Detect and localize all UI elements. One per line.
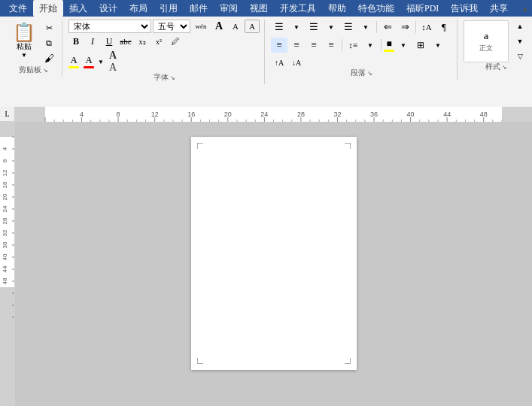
ribbon-group-font: 宋体 五号 wén A A A B I U abc x₂ — [64, 20, 265, 84]
paragraph-label: 段落 ↘ — [266, 68, 457, 78]
numbered-button[interactable]: ☰ — [306, 20, 322, 35]
collapse-arrow-icon: ▲ — [521, 5, 529, 13]
clipboard-expand[interactable]: ↘ — [43, 67, 48, 74]
underline-button[interactable]: U — [102, 35, 117, 48]
font-name-select[interactable]: 宋体 — [68, 20, 151, 33]
styles-scroll-up[interactable]: ▲ — [512, 20, 528, 33]
italic-button[interactable]: I — [85, 35, 100, 48]
menu-review[interactable]: 审阅 — [214, 1, 244, 17]
numbered-dropdown[interactable]: ▼ — [323, 20, 339, 34]
strikethrough-button[interactable]: abc — [118, 35, 133, 48]
subscript-button[interactable]: x₂ — [135, 35, 150, 48]
justify-button[interactable]: ≡ — [323, 38, 339, 53]
bold-button[interactable]: B — [68, 35, 84, 48]
menu-share[interactable]: 共享 — [484, 1, 514, 17]
format-painter-button[interactable]: 🖌 — [41, 51, 57, 66]
align-right-button[interactable]: ≡ — [306, 38, 322, 53]
document-area[interactable] — [15, 122, 532, 406]
styles-expand[interactable]: ↘ — [502, 64, 507, 71]
paragraph-expand[interactable]: ↘ — [367, 70, 372, 77]
shading-dropdown[interactable]: ▼ — [395, 38, 412, 52]
page-corner-tl — [197, 143, 203, 149]
clear-format-button[interactable]: 🖉 — [168, 35, 183, 48]
menu-file[interactable]: 文件 — [3, 1, 33, 17]
menu-devtools[interactable]: 开发工具 — [274, 1, 322, 17]
paste-arrow[interactable]: ▼ — [21, 52, 27, 59]
font-shrink-btn[interactable]: A — [228, 20, 243, 33]
increase-indent-button[interactable]: ⇒ — [397, 20, 413, 35]
decrease-indent-button[interactable]: ⇐ — [379, 20, 396, 35]
styles-label: 样式 ↘ — [459, 62, 532, 72]
collapse-ribbon-button[interactable]: ▲ — [521, 0, 529, 17]
font-size-select[interactable]: 五号 — [153, 20, 190, 33]
page-corner-br — [345, 358, 351, 364]
align-center-button[interactable]: ≡ — [288, 38, 305, 53]
menu-mail[interactable]: 邮件 — [184, 1, 214, 17]
superscript-button[interactable]: x² — [151, 35, 166, 48]
document-page[interactable] — [191, 137, 357, 370]
menu-insert[interactable]: 插入 — [63, 1, 93, 17]
font-color-btn[interactable]: A — [84, 55, 94, 68]
multilevel-button[interactable]: ☰ — [340, 20, 357, 35]
vertical-ruler — [0, 122, 15, 406]
ribbon-content: 📋 粘贴 ▼ ✂ ⧉ 🖌 剪贴板 ↘ 宋体 — [0, 17, 532, 107]
sort-button[interactable]: ↕A — [418, 20, 435, 34]
paste-label: 粘贴 — [17, 41, 32, 52]
page-corner-tr — [345, 143, 351, 149]
line-spacing-button[interactable]: ↕≡ — [345, 38, 361, 52]
ribbon-group-styles: a 正文 ▲ ▼ ▽ 样式 ↘ — [459, 20, 532, 74]
horizontal-ruler — [15, 107, 532, 122]
menu-tellme[interactable]: 告诉我 — [445, 1, 484, 17]
menu-layout[interactable]: 布局 — [123, 1, 154, 17]
copy-button[interactable]: ⧉ — [41, 36, 57, 50]
font-color-dropdown[interactable]: ▼ — [97, 55, 105, 68]
page-corner-bl — [197, 358, 203, 364]
menu-start[interactable]: 开始 — [33, 0, 63, 17]
ribbon-group-clipboard: 📋 粘贴 ▼ ✂ ⧉ 🖌 剪贴板 ↘ — [5, 20, 62, 77]
borders-button[interactable]: ⊞ — [412, 38, 429, 53]
bullets-dropdown[interactable]: ▼ — [288, 20, 305, 34]
menu-design[interactable]: 设计 — [93, 1, 123, 17]
ruler-corner[interactable]: L — [0, 107, 15, 122]
font-label: 字体 ↘ — [64, 72, 264, 83]
font-grow-btn[interactable]: A — [211, 20, 226, 33]
bullets-button[interactable]: ☰ — [271, 20, 287, 35]
cut-button[interactable]: ✂ — [41, 21, 57, 35]
shading-button[interactable]: ■ — [384, 38, 394, 52]
font-size-display-btn[interactable]: A A — [109, 50, 117, 74]
styles-scroll-down[interactable]: ▼ — [512, 35, 528, 48]
paste-icon: 📋 — [13, 23, 35, 41]
clipboard-label: 剪贴板 ↘ — [5, 65, 62, 75]
ruler-area: L — [0, 107, 532, 122]
main-area — [0, 122, 532, 406]
menu-foxitpdi[interactable]: 福昕PDI — [400, 1, 445, 17]
menu-help[interactable]: 帮助 — [322, 1, 352, 17]
align-left-button[interactable]: ≡ — [271, 38, 287, 53]
font-special-btn[interactable]: A — [245, 20, 260, 33]
font-highlight-btn[interactable]: A — [68, 55, 79, 68]
show-marks-button[interactable]: ¶ — [436, 20, 452, 35]
ribbon-group-paragraph: ☰ ▼ ☰ ▼ ☰ ▼ ⇐ ⇒ ↕A ¶ ≡ ≡ ≡ — [266, 20, 458, 80]
menu-features[interactable]: 特色功能 — [352, 1, 400, 17]
paste-button[interactable]: 📋 粘贴 ▼ — [9, 20, 39, 62]
line-spacing-dropdown[interactable]: ▼ — [362, 38, 378, 52]
font-expand[interactable]: ↘ — [170, 74, 175, 81]
style-normal-button[interactable]: a 正文 — [464, 20, 509, 62]
borders-dropdown[interactable]: ▼ — [430, 38, 446, 52]
menu-references[interactable]: 引用 — [154, 1, 184, 17]
menu-bar: 文件 开始 插入 设计 布局 引用 邮件 审阅 视图 开发工具 帮助 特色功能 … — [0, 0, 532, 17]
font-size-unit-btn[interactable]: wén — [192, 20, 210, 33]
multilevel-dropdown[interactable]: ▼ — [357, 20, 374, 34]
menu-view[interactable]: 视图 — [244, 1, 274, 17]
